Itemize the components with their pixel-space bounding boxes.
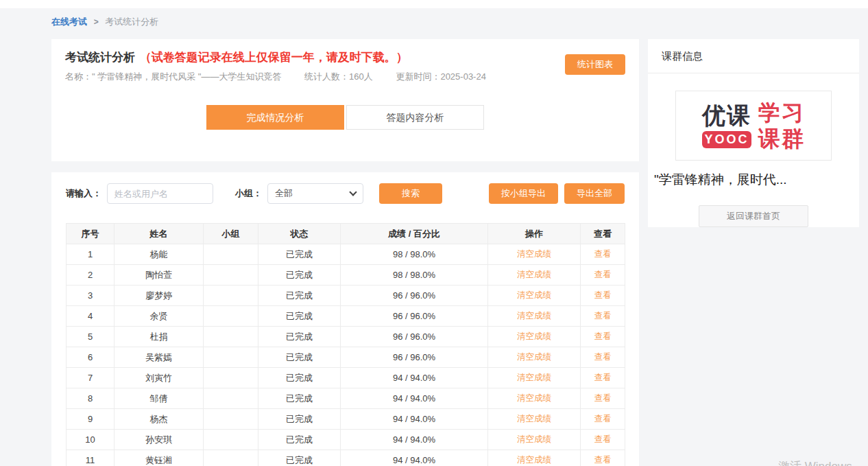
view-cell: 查看 (581, 306, 625, 327)
action-cell: 清空成绩 (488, 306, 581, 327)
student-group (204, 430, 258, 450)
row-index: 6 (67, 347, 114, 368)
export-by-group-button[interactable]: 按小组导出 (489, 183, 558, 204)
clear-score-link[interactable]: 清空成绩 (517, 331, 551, 341)
completion-status: 已完成 (258, 306, 341, 327)
score-percentage: 94 / 94.0% (341, 409, 488, 430)
chevron-down-icon (349, 188, 357, 196)
action-cell: 清空成绩 (488, 368, 581, 388)
table-row: 10孙安琪已完成94 / 94.0%清空成绩查看 (67, 430, 625, 450)
view-link[interactable]: 查看 (594, 331, 612, 341)
score-percentage: 94 / 94.0% (341, 430, 488, 450)
clear-score-link[interactable]: 清空成绩 (517, 434, 551, 444)
row-index: 1 (67, 244, 114, 265)
row-index: 8 (67, 388, 114, 409)
tab-answer-content-analysis[interactable]: 答题内容分析 (346, 105, 484, 130)
view-link[interactable]: 查看 (594, 311, 612, 321)
page-title: 考试统计分析 (65, 51, 135, 64)
summary-card: 考试统计分析 （试卷答题记录在线上仅保留一年，请及时下载。） 名称：" 学雷锋精… (51, 39, 639, 161)
clear-score-link[interactable]: 清空成绩 (517, 270, 551, 279)
action-cell: 清空成绩 (488, 244, 581, 265)
action-cell: 清空成绩 (488, 388, 581, 409)
clear-score-link[interactable]: 清空成绩 (517, 393, 551, 403)
right-column: 课群信息 优课 YOOC 学习 课群 "学雷锋精神，展时代... 返回课群首页 (648, 39, 859, 246)
windows-activation-watermark: 激活 Windows (778, 458, 852, 466)
view-link[interactable]: 查看 (594, 414, 612, 423)
col-header-group: 小组 (204, 224, 258, 244)
action-cell: 清空成绩 (488, 347, 581, 368)
col-header-index: 序号 (67, 224, 114, 244)
table-row: 5杜捐已完成96 / 96.0%清空成绩查看 (67, 327, 625, 347)
left-column: 考试统计分析 （试卷答题记录在线上仅保留一年，请及时下载。） 名称：" 学雷锋精… (51, 39, 639, 466)
clear-score-link[interactable]: 清空成绩 (517, 249, 551, 259)
search-button[interactable]: 搜索 (379, 183, 442, 204)
clear-score-link[interactable]: 清空成绩 (517, 414, 551, 423)
student-group (204, 388, 258, 409)
view-cell: 查看 (581, 286, 625, 306)
search-input-label: 请输入： (66, 187, 101, 200)
group-select-label: 小组： (235, 187, 262, 200)
summary-titles: 考试统计分析 （试卷答题记录在线上仅保留一年，请及时下载。） 名称：" 学雷锋精… (65, 49, 486, 83)
student-group (204, 265, 258, 286)
back-to-course-home-button[interactable]: 返回课群首页 (699, 205, 808, 227)
stat-chart-button[interactable]: 统计图表 (565, 54, 625, 75)
logo-line1-text: 学习 (758, 100, 805, 126)
group-select[interactable]: 全部 (267, 183, 363, 204)
completion-status: 已完成 (258, 265, 341, 286)
view-link[interactable]: 查看 (594, 352, 612, 362)
row-index: 9 (67, 409, 114, 430)
row-index: 10 (67, 430, 114, 450)
results-table: 序号 姓名 小组 状态 成绩 / 百分比 操作 查看 1杨能已完成98 / 98… (66, 223, 625, 466)
score-percentage: 94 / 94.0% (341, 388, 488, 409)
col-header-action: 操作 (488, 224, 581, 244)
action-cell: 清空成绩 (488, 450, 581, 466)
view-link[interactable]: 查看 (594, 249, 612, 259)
table-row: 8邹倩已完成94 / 94.0%清空成绩查看 (67, 388, 625, 409)
view-cell: 查看 (581, 368, 625, 388)
view-link[interactable]: 查看 (594, 455, 612, 465)
view-link[interactable]: 查看 (594, 373, 612, 382)
view-cell: 查看 (581, 388, 625, 409)
breadcrumb-current: 考试统计分析 (105, 16, 158, 27)
view-link[interactable]: 查看 (594, 434, 612, 444)
breadcrumb-link-online-exam[interactable]: 在线考试 (51, 16, 87, 27)
main-content: 考试统计分析 （试卷答题记录在线上仅保留一年，请及时下载。） 名称：" 学雷锋精… (51, 39, 868, 466)
yooc-logo: 优课 YOOC 学习 课群 (675, 91, 832, 161)
table-row: 6吴紫嫣已完成96 / 96.0%清空成绩查看 (67, 347, 625, 368)
top-strip (0, 0, 868, 8)
action-cell: 清空成绩 (488, 286, 581, 306)
export-all-button[interactable]: 导出全部 (564, 183, 625, 204)
breadcrumb: 在线考试 > 考试统计分析 (51, 16, 868, 27)
col-header-status: 状态 (258, 224, 341, 244)
clear-score-link[interactable]: 清空成绩 (517, 455, 551, 465)
row-index: 4 (67, 306, 114, 327)
view-cell: 查看 (581, 347, 625, 368)
clear-score-link[interactable]: 清空成绩 (517, 290, 551, 300)
table-header-row: 序号 姓名 小组 状态 成绩 / 百分比 操作 查看 (67, 224, 625, 244)
completion-status: 已完成 (258, 327, 341, 347)
table-row: 2陶怡萱已完成98 / 98.0%清空成绩查看 (67, 265, 625, 286)
yooc-logo-right: 学习 课群 (758, 100, 805, 152)
tab-completion-analysis[interactable]: 完成情况分析 (206, 105, 344, 130)
clear-score-link[interactable]: 清空成绩 (517, 352, 551, 362)
student-name: 陶怡萱 (114, 265, 204, 286)
analysis-tabs: 完成情况分析 答题内容分析 (65, 105, 625, 130)
name-search-input[interactable] (107, 183, 213, 204)
score-percentage: 96 / 96.0% (341, 286, 488, 306)
student-group (204, 347, 258, 368)
clear-score-link[interactable]: 清空成绩 (517, 311, 551, 321)
export-buttons: 按小组导出 导出全部 (489, 183, 625, 204)
completion-status: 已完成 (258, 368, 341, 388)
view-link[interactable]: 查看 (594, 393, 612, 403)
clear-score-link[interactable]: 清空成绩 (517, 373, 551, 382)
student-name: 黄钰湘 (114, 450, 204, 466)
student-group (204, 286, 258, 306)
view-link[interactable]: 查看 (594, 270, 612, 279)
breadcrumb-separator-icon: > (94, 17, 99, 27)
row-index: 7 (67, 368, 114, 388)
view-cell: 查看 (581, 327, 625, 347)
exam-name-label: 名称： (65, 71, 92, 82)
student-group (204, 244, 258, 265)
view-link[interactable]: 查看 (594, 290, 612, 300)
update-time-value: 2025-03-24 (440, 71, 486, 82)
